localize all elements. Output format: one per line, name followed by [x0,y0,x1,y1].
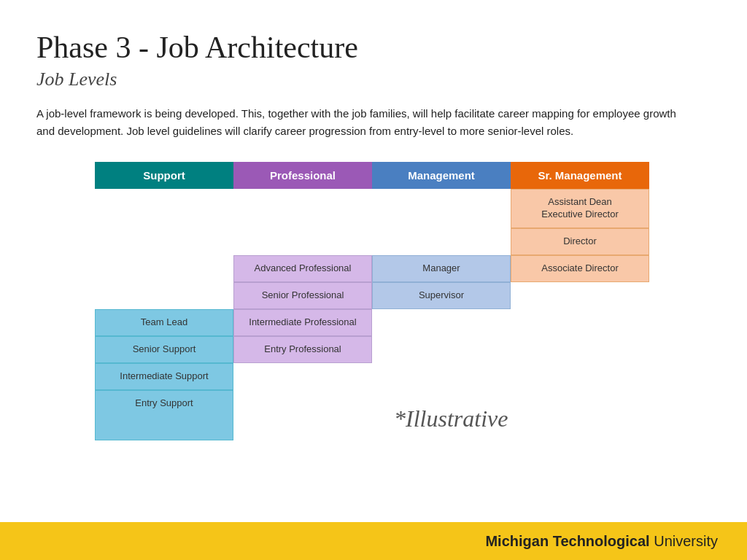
header-sr-management: Sr. Management [511,162,649,189]
main-title: Phase 3 - Job Architecture [36,29,711,66]
header-support: Support [95,162,233,189]
chart-body: Assistant Dean Executive Director Direct… [95,189,711,440]
asst-dean-label: Assistant Dean [548,196,611,207]
chart-container: Support Professional Management Sr. Mana… [95,162,711,440]
cell-r4-support [95,282,233,309]
cell-r8-sr-management [511,390,649,441]
title-section: Phase 3 - Job Architecture Job Levels [36,29,711,90]
cell-r5-management [372,309,511,336]
chart-header-row: Support Professional Management Sr. Mana… [95,162,711,189]
main-content: Phase 3 - Job Architecture Job Levels A … [0,0,747,522]
cell-r8-support: Entry Support [95,390,233,441]
cell-r3-sr-management: Associate Director [511,255,649,282]
cell-r3-professional: Advanced Professional [233,255,372,282]
cell-r1-support [95,189,233,228]
cell-r3-management: Manager [372,255,511,282]
cell-r8-professional [233,390,372,441]
cell-r5-sr-management [511,309,649,336]
cell-r1-sr-management: Assistant Dean Executive Director [511,189,649,228]
footer-regular-text: University [650,533,718,549]
cell-r1-professional [233,189,372,228]
cell-r3-support [95,255,233,282]
header-professional: Professional [233,162,372,189]
page-container: Phase 3 - Job Architecture Job Levels A … [0,0,747,560]
illustrative-label: *Illustrative [394,404,503,435]
subtitle: Job Levels [36,69,711,90]
cell-r6-professional: Entry Professional [233,336,372,363]
cell-r2-sr-management: Director [511,228,649,255]
exec-director-label: Executive Director [541,209,618,219]
cell-r2-support [95,228,233,255]
cell-r2-professional [233,228,372,255]
footer-text: Michigan Technological University [485,533,718,550]
cell-r2-management [372,228,511,255]
cell-r6-support: Senior Support [95,336,233,363]
cell-r1-management [372,189,511,228]
cell-r7-management [372,363,511,390]
cell-r4-management: Supervisor [372,282,511,309]
footer-bold-text: Michigan Technological [485,533,649,549]
cell-r5-support: Team Lead [95,309,233,336]
description-text: A job-level framework is being developed… [36,105,693,140]
cell-r7-sr-management [511,363,649,390]
cell-r6-management [372,336,511,363]
cell-r7-professional [233,363,372,390]
header-management: Management [372,162,511,189]
cell-r8-management: *Illustrative [372,390,511,441]
footer: Michigan Technological University [0,522,747,560]
cell-r7-support: Intermediate Support [95,363,233,390]
cell-r6-sr-management [511,336,649,363]
cell-r5-professional: Intermediate Professional [233,309,372,336]
cell-r4-professional: Senior Professional [233,282,372,309]
cell-r4-sr-management [511,282,649,309]
